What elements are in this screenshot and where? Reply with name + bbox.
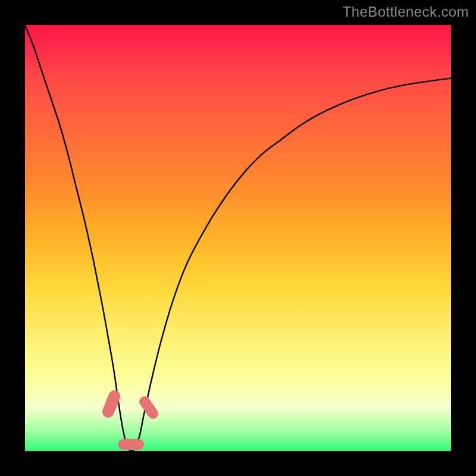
chart-frame: TheBottleneck.com	[0, 0, 476, 476]
bottleneck-curve	[25, 25, 451, 451]
plot-area	[25, 25, 451, 451]
marker-bottom	[118, 439, 144, 450]
watermark-text: TheBottleneck.com	[343, 4, 469, 20]
